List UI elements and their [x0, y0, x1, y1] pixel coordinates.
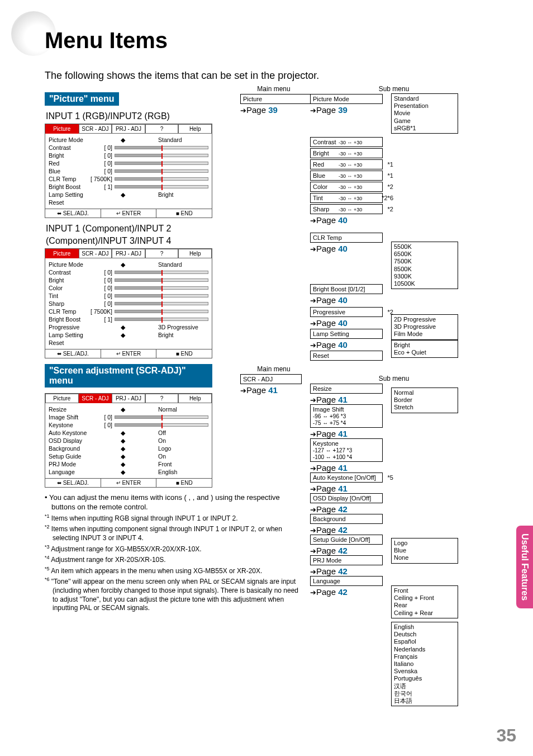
sub-menu-header-2: Sub menu	[310, 375, 478, 382]
osd-ctrl: ⬌ SEL./ADJ.	[45, 209, 101, 218]
osd-row: Contrast[ 0]	[49, 268, 208, 276]
osd-tab: Picture	[45, 124, 79, 134]
osd-row: Red[ 0]	[49, 159, 208, 167]
osd-row: Image Shift[ 0]	[49, 413, 208, 421]
osd-tab: Help	[178, 249, 212, 258]
submenu-box: EnglishDeutschEspañolNederlandsFrançaisI…	[391, 622, 458, 706]
intro-text: The following shows the items that can b…	[45, 70, 319, 82]
osd-ctrl: ■ END	[156, 349, 212, 358]
page-title: Menu Items	[45, 28, 168, 53]
osd-row: Picture Mode◆Standard	[49, 261, 208, 268]
submenu-box: 5500K6500K7500K8500K9300K10500K	[391, 242, 458, 289]
osd-ctrl: ↵ ENTER	[101, 209, 157, 218]
osd-row: Blue[ 0]	[49, 167, 208, 175]
submenu-box: LogoBlueNone	[391, 538, 458, 564]
osd-row: Bright[ 0]	[49, 276, 208, 284]
osd-panel-2: PictureSCR - ADJPRJ - ADJ?Help Picture M…	[45, 248, 212, 358]
tree-adj-box: Color-30 ↔ +30 *2	[310, 182, 383, 192]
osd-tab: SCR - ADJ	[79, 124, 112, 134]
tree-box: Setup Guide [On/Off]	[310, 535, 383, 545]
osd-row: Progressive◆3D Progressive	[49, 323, 208, 331]
osd-tab: ?	[145, 124, 179, 134]
submenu-box: 2D Progressive3D ProgressiveFilm Mode	[391, 314, 458, 340]
osd-row: Bright[ 0]	[49, 152, 208, 159]
osd-row: PRJ Mode◆Front	[49, 460, 208, 468]
page-ref: Page 42	[310, 525, 478, 535]
tree-adj-box: Blue-30 ↔ +30 *1	[310, 171, 383, 181]
osd-row: CLR Temp[ 7500K]	[49, 175, 208, 183]
page-ref: Page 42	[310, 504, 478, 514]
osd-ctrl: ■ END	[156, 479, 212, 487]
tree-box: Image Shift-96 ↔ +96 *3-75 ↔ +75 *4	[310, 404, 383, 428]
osd-row: Bright Boost[ 1]	[49, 315, 208, 323]
osd-tab: ?	[145, 394, 179, 403]
tree-box: CLR Temp	[310, 233, 383, 243]
osd-row: Reset◆	[49, 339, 208, 347]
osd-row: Color[ 0]	[49, 284, 208, 292]
input-rgb-heading: INPUT 1 (RGB)/INPUT2 (RGB)	[46, 111, 229, 121]
osd-row: Reset◆	[49, 199, 208, 206]
osd-tab: Picture	[45, 249, 79, 258]
tree-adj-box: Red-30 ↔ +30 *1	[310, 159, 383, 169]
osd-tab: PRJ - ADJ	[112, 249, 145, 258]
tree-box: Bright Boost [0/1/2]	[310, 284, 383, 294]
submenu-box: StandardPresentationMovieGamesRGB*1	[391, 93, 458, 134]
osd-row: Sharp[ 0]	[49, 300, 208, 308]
input-component-heading-a: INPUT 1 (Component)/INPUT 2	[46, 224, 229, 234]
tree-box: Progressive*2	[310, 307, 383, 317]
osd-row: Resize◆Normal	[49, 405, 208, 413]
osd-tab: Picture	[45, 394, 79, 403]
osd-tab: SCR - ADJ	[79, 249, 112, 258]
tree-adj-box: Bright-30 ↔ +30	[310, 148, 383, 158]
input-component-heading-b: (Component)/INPUT 3/INPUT 4	[46, 236, 229, 246]
osd-ctrl: ↵ ENTER	[101, 479, 157, 487]
osd-tab: ?	[145, 249, 179, 258]
tree-adj-box: Contrast-30 ↔ +30	[310, 137, 383, 147]
osd-row: Language◆English	[49, 468, 208, 476]
tree-box: Language	[310, 576, 383, 586]
osd-row: Auto Keystone◆Off	[49, 429, 208, 437]
osd-row: Bright Boost[ 1]	[49, 183, 208, 191]
osd-ctrl: ⬌ SEL./ADJ.	[45, 479, 101, 487]
osd-ctrl: ■ END	[156, 209, 212, 218]
tree-box: Background	[310, 514, 383, 524]
page-ref: Page 41	[310, 484, 478, 493]
osd-tab: Help	[178, 394, 212, 403]
section-tab: Useful Features	[516, 526, 533, 608]
picture-menu-heading: "Picture" menu	[45, 92, 119, 106]
osd-row: Setup Guide◆On	[49, 452, 208, 460]
submenu-box: NormalBorderStretch	[391, 388, 458, 413]
main-menu-header: Main menu	[240, 85, 307, 93]
notes-list: • You can adjust the menu items with ico…	[45, 493, 302, 613]
submenu-box: FrontCeiling + FrontRearCeiling + Rear	[391, 585, 458, 618]
osd-ctrl: ⬌ SEL./ADJ.	[45, 349, 101, 358]
tree-box: PRJ Mode	[310, 555, 383, 565]
osd-row: Contrast[ 0]	[49, 144, 208, 152]
tree-box: SCR - ADJ	[240, 374, 302, 384]
tree-box: Resize	[310, 384, 383, 394]
osd-panel-3: PictureSCR - ADJPRJ - ADJ?Help Resize◆No…	[45, 393, 212, 488]
osd-tab: PRJ - ADJ	[112, 394, 145, 403]
osd-row: OSD Display◆On	[49, 437, 208, 445]
page-ref-39a: Page 39	[240, 105, 307, 115]
osd-row: Lamp Setting◆Bright	[49, 191, 208, 199]
osd-tab: SCR - ADJ	[79, 394, 112, 403]
osd-row: Keystone[ 0]	[49, 421, 208, 429]
page-ref: Page 41	[240, 385, 307, 395]
osd-panel-1: PictureSCR - ADJPRJ - ADJ?Help Picture M…	[45, 124, 212, 218]
submenu-box: BrightEco + Quiet	[391, 340, 458, 358]
osd-tab: Help	[178, 124, 212, 134]
main-menu-header-2: Main menu	[240, 365, 307, 373]
tree-box: OSD Display [On/Off]	[310, 493, 383, 503]
tree-box: Picture Mode	[310, 94, 383, 104]
osd-row: Background◆Logo	[49, 445, 208, 452]
tree-adj-box: Sharp-30 ↔ +30 *2	[310, 204, 383, 214]
page-number: 35	[496, 725, 516, 746]
page-ref: Page 42	[310, 566, 478, 576]
page-ref: Page 40	[310, 215, 478, 225]
main-picture-box: Picture	[240, 94, 313, 104]
page-ref: Page 41	[310, 463, 478, 472]
tree-adj-box: Tint-30 ↔ +30 *2*6	[310, 193, 383, 203]
tree-box: Keystone-127 ↔ +127 *3-100 ↔ +100 *4	[310, 438, 383, 462]
osd-row: CLR Temp[ 7500K]	[49, 308, 208, 315]
